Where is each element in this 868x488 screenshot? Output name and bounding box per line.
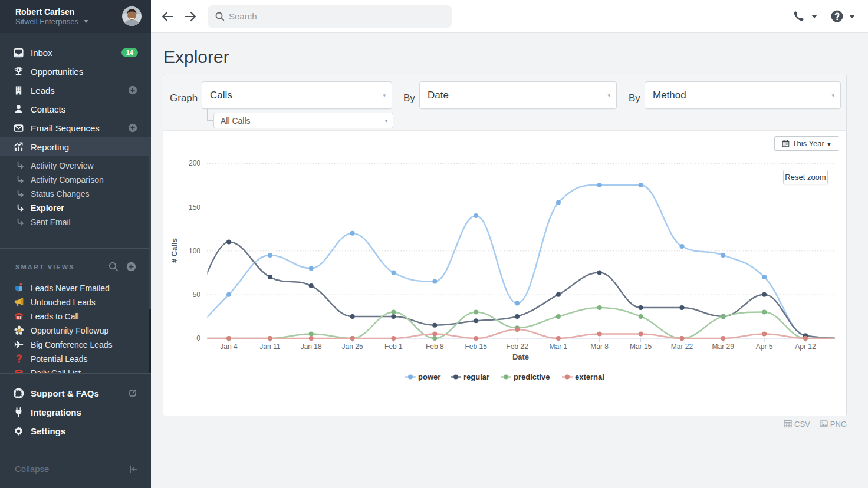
svg-text:Jan 11: Jan 11: [259, 342, 280, 351]
svg-text:Apr 12: Apr 12: [795, 342, 816, 351]
svg-text:Feb 8: Feb 8: [426, 342, 444, 351]
svg-text:Date: Date: [512, 352, 529, 361]
svg-text:Mar 15: Mar 15: [630, 342, 652, 351]
svg-text:Mar 22: Mar 22: [671, 342, 693, 351]
svg-text:Feb 22: Feb 22: [506, 342, 528, 351]
svg-text:predictive: predictive: [514, 372, 550, 381]
svg-text:Jan 25: Jan 25: [342, 342, 363, 351]
svg-text:Mar 1: Mar 1: [550, 342, 568, 351]
svg-text:200: 200: [189, 159, 200, 167]
svg-text:# Calls: # Calls: [170, 238, 179, 263]
svg-text:Feb 15: Feb 15: [465, 342, 488, 351]
svg-text:Apr 5: Apr 5: [756, 342, 773, 351]
svg-text:Mar 8: Mar 8: [590, 342, 609, 351]
svg-text:0: 0: [196, 334, 200, 342]
svg-text:Jan 18: Jan 18: [301, 342, 322, 351]
svg-text:Mar 29: Mar 29: [712, 342, 735, 351]
svg-text:external: external: [575, 372, 604, 381]
svg-text:Jan 4: Jan 4: [220, 342, 238, 351]
svg-text:150: 150: [189, 203, 200, 212]
svg-text:50: 50: [193, 291, 201, 299]
svg-text:100: 100: [189, 247, 200, 255]
svg-text:regular: regular: [463, 372, 489, 381]
svg-text:power: power: [418, 372, 440, 381]
svg-text:Feb 1: Feb 1: [384, 342, 403, 351]
